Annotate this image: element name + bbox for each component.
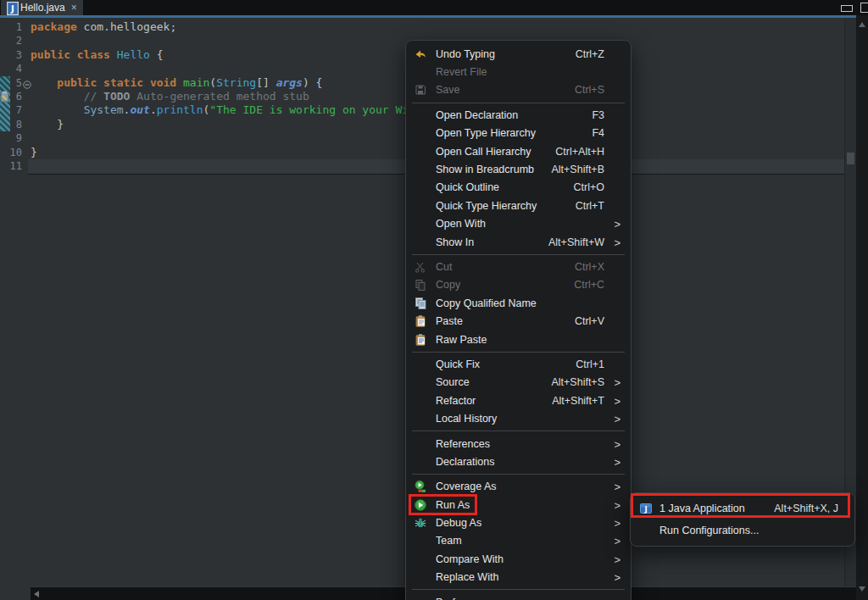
submenu-arrow-icon: > [614,377,620,388]
menu-item-open-call-hierarchy[interactable]: Open Call HierarchyCtrl+Alt+H [406,142,631,160]
menu-item-preferences[interactable]: Preferences [406,593,631,600]
maximize-button[interactable] [860,3,868,13]
menu-item-show-in[interactable]: Show InAlt+Shift+W> [406,233,631,251]
code-segment: println [157,103,203,116]
menu-item-replace-with[interactable]: Replace With> [406,569,631,586]
code-text: package com.hellogeek; [31,20,176,34]
menu-item-label: Cut [436,261,452,273]
menu-item-revert-file: Revert File [406,63,631,81]
menu-item-label: Quick Fix [436,358,480,370]
scroll-down-arrow-icon[interactable] [859,586,865,592]
menu-item-quick-type-hierarchy[interactable]: Quick Type HierarchyCtrl+T [406,197,631,214]
tab-hello-java[interactable]: J Hello.java × [1,0,83,15]
code-segment: public static void [57,76,176,89]
paste-icon [414,314,427,328]
line-number: 9 [0,131,22,145]
menu-item-shortcut: Alt+Shift+S [551,376,604,388]
submenu-arrow-icon: > [614,536,620,547]
code-segment: System [84,103,124,116]
line-number: 8 [0,118,22,131]
debug-icon [414,516,427,530]
line-number: 2 [0,34,22,47]
menu-separator [412,254,625,255]
menu-item-label: Refactor [436,395,476,407]
menu-item-label: Raw Paste [436,334,487,346]
menu-item-label: Team [436,535,462,547]
menu-item-declarations[interactable]: Declarations> [406,453,631,470]
code-segment: "The IDE is working on your Wi [209,103,409,116]
menu-item-local-history[interactable]: Local History> [406,409,631,427]
code-segment [31,90,84,103]
code-text: } [31,118,64,131]
menu-item-label: Declarations [436,456,494,468]
close-icon[interactable]: × [71,2,77,14]
code-segment: Hello [117,48,150,61]
menu-item-label: Open With [436,218,486,230]
menu-item-undo-typing[interactable]: Undo TypingCtrl+Z [406,45,631,63]
code-segment: [] [256,76,275,89]
menu-item-label: Open Type Hierarchy [436,127,536,139]
line-number: 4 [0,62,22,75]
submenu-arrow-icon: > [614,219,620,230]
scroll-up-arrow-icon[interactable] [859,22,865,27]
editor-context-menu: Undo TypingCtrl+ZRevert FileSaveCtrl+SOp… [405,40,632,600]
menu-item-shortcut: Ctrl+Z [576,48,604,60]
cut-icon [414,260,427,274]
menu-item-open-with[interactable]: Open With> [406,215,631,233]
menu-item-shortcut: Ctrl+Alt+H [555,146,604,158]
menu-item-copy-qualified-name[interactable]: Copy Qualified Name [406,294,631,312]
line-number: 5 [0,76,22,90]
menu-item-label: Run Configurations... [659,525,759,536]
menu-item-quick-outline[interactable]: Quick OutlineCtrl+O [406,179,631,197]
submenu-arrow-icon: > [614,572,620,583]
code-segment [110,48,117,61]
menu-item-run-configurations[interactable]: Run Configurations... [631,519,854,542]
menu-item-label: Source [436,376,470,388]
line-number: 1 [0,20,22,34]
menu-item-label: Quick Type Hierarchy [436,200,537,212]
menu-item-shortcut: Ctrl+1 [576,358,604,370]
code-segment: Auto-generated method stub [130,90,309,103]
submenu-arrow-icon: > [614,518,620,529]
menu-item-open-type-hierarchy[interactable]: Open Type HierarchyF4 [406,125,631,142]
code-segment: . [150,103,157,116]
submenu-arrow-icon: > [614,456,620,467]
menu-item-shortcut: Ctrl+C [574,279,604,291]
menu-item-team[interactable]: Team> [406,532,631,550]
line-number: 10 [0,146,22,159]
submenu-arrow-icon: > [614,438,620,449]
scroll-left-arrow-icon[interactable] [34,591,39,597]
menu-item-save: SaveCtrl+S [406,81,631,99]
menu-item-show-in-breadcrumb[interactable]: Show in BreadcrumbAlt+Shift+B [406,160,631,178]
menu-item-refactor[interactable]: RefactorAlt+Shift+T> [406,392,631,409]
menu-item-raw-paste[interactable]: Raw Paste [406,331,631,348]
menu-item-quick-fix[interactable]: Quick FixCtrl+1 [406,355,631,373]
menu-item-paste[interactable]: PasteCtrl+V [406,312,631,330]
code-segment: TODO [103,90,130,103]
menu-item-open-declaration[interactable]: Open DeclarationF3 [406,106,631,124]
menu-item-shortcut: F3 [592,109,604,121]
eclipse-workbench: J Hello.java × 1package com.hellogeek;23… [0,0,868,600]
menu-item-label: Paste [436,315,463,327]
menu-item-copy: CopyCtrl+C [406,276,631,294]
menu-item-label: Local History [436,413,497,425]
menu-item-compare-with[interactable]: Compare With> [406,550,631,568]
menu-separator [412,431,625,431]
menu-item-source[interactable]: SourceAlt+Shift+S> [406,374,631,392]
menu-item-debug-as[interactable]: Debug As> [406,514,631,531]
editor-bottom-corner [0,586,31,600]
code-text: public class Hello { [31,48,164,62]
menu-item-references[interactable]: References> [406,435,631,453]
menu-item-shortcut: Alt+Shift+T [552,395,604,407]
vertical-scrollbar[interactable] [856,15,868,600]
menu-item-label: Undo Typing [436,48,495,60]
menu-item-label: Revert File [436,66,487,78]
code-line-1[interactable]: 1package com.hellogeek; [0,20,844,34]
code-segment: String [216,76,256,89]
menu-item-coverage-as[interactable]: Coverage As> [406,478,631,496]
menu-separator [412,589,625,590]
minimize-button[interactable] [841,5,853,12]
coverage-icon [414,480,427,493]
menu-item-label: Open Declaration [436,109,518,121]
menu-item-label: Replace With [436,571,498,583]
